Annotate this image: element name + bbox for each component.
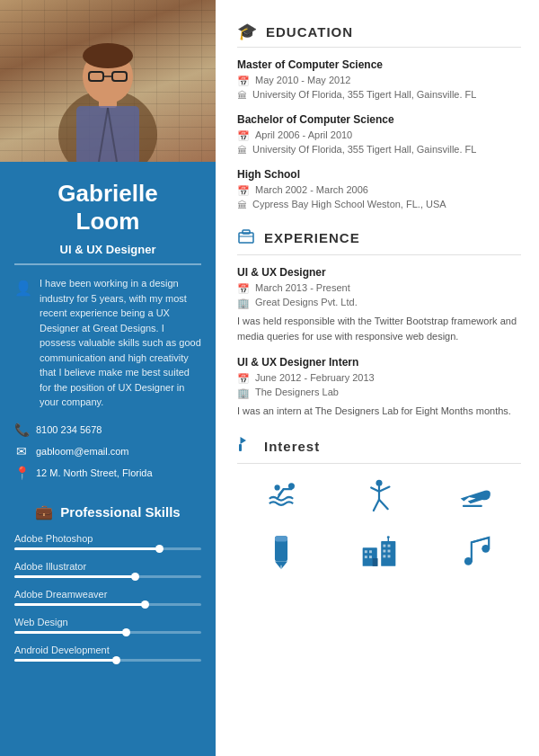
- svg-rect-37: [388, 549, 391, 552]
- svg-line-19: [371, 487, 379, 491]
- svg-rect-33: [369, 556, 372, 558]
- interest-city: [335, 529, 424, 574]
- edu-institution-0: 🏛 University Of Florida, 355 Tigert Hall…: [237, 89, 521, 101]
- exp-desc-0: I was held responsible with the Twitter …: [237, 314, 521, 343]
- edu-degree-2: High School: [237, 168, 521, 181]
- skill-name-1: Adobe Illustrator: [14, 561, 201, 572]
- company-icon: 🏢: [237, 387, 250, 399]
- svg-rect-31: [369, 550, 372, 553]
- skill-bar-bg-4: [14, 659, 201, 662]
- contact-email: ✉ gabloom@email.com: [14, 444, 201, 458]
- exp-company-0: 🏢 Great Designs Pvt. Ltd.: [237, 297, 521, 309]
- experience-section: EXPERIENCE UI & UX Designer 📅 March 2013…: [237, 227, 521, 419]
- edu-date-1: 📅 April 2006 - April 2010: [237, 129, 521, 142]
- education-icon: 🎓: [237, 22, 257, 41]
- edu-degree-0: Master of Computer Science: [237, 58, 521, 71]
- sidebar-profile-info: Gabrielle Loom UI & UX Designer 👤 I have…: [0, 162, 216, 503]
- building-icon: 🏛: [237, 200, 247, 210]
- skill-bar-fill-4: [14, 659, 117, 662]
- skills-title: Professional Skills: [60, 504, 180, 520]
- skill-name-0: Adobe Photoshop: [14, 533, 201, 544]
- calendar-icon: 📅: [237, 130, 250, 142]
- interest-section: Interest: [237, 435, 521, 574]
- interest-header: Interest: [237, 435, 521, 464]
- experience-title: EXPERIENCE: [264, 230, 360, 245]
- svg-rect-38: [383, 555, 385, 557]
- svg-point-45: [482, 544, 490, 552]
- svg-rect-35: [388, 544, 391, 547]
- svg-rect-39: [388, 555, 391, 557]
- experience-header: EXPERIENCE: [237, 227, 521, 255]
- svg-rect-30: [365, 550, 367, 553]
- company-icon: 🏢: [237, 298, 250, 309]
- skill-bar-bg-0: [14, 547, 201, 550]
- building-icon: 🏛: [237, 145, 247, 156]
- phone-icon: 📞: [14, 422, 29, 437]
- interest-swimming: [237, 475, 326, 520]
- profile-name: Gabrielle Loom: [14, 180, 201, 236]
- skill-name-3: Web Design: [14, 617, 201, 627]
- skill-item-0: Adobe Photoshop: [14, 533, 201, 550]
- experience-icon: [237, 227, 255, 249]
- svg-line-20: [379, 486, 389, 491]
- svg-rect-32: [365, 556, 367, 558]
- skill-bar-fill-3: [14, 631, 127, 634]
- contact-address: 📍 12 M. North Street, Florida: [14, 466, 201, 480]
- profile-title: UI & UX Designer: [14, 243, 201, 265]
- skill-bar-fill-0: [14, 547, 160, 550]
- contact-phone: 📞 8100 234 5678: [14, 422, 201, 437]
- exp-company-1: 🏢 The Designers Lab: [237, 387, 521, 399]
- svg-point-16: [275, 485, 280, 490]
- education-header: 🎓 EDUCATION: [237, 22, 521, 48]
- exp-desc-1: I was an intern at The Designers Lab for…: [237, 404, 521, 419]
- interest-icon: [237, 435, 255, 458]
- experience-item-0: UI & UX Designer 📅 March 2013 - Present …: [237, 266, 521, 343]
- skill-bar-fill-1: [14, 575, 136, 578]
- svg-line-21: [374, 499, 379, 510]
- svg-rect-7: [76, 106, 139, 162]
- education-item-1: Bachelor of Computer Science 📅 April 200…: [237, 113, 521, 156]
- skill-item-4: Android Development: [14, 645, 201, 662]
- svg-rect-11: [243, 230, 250, 234]
- exp-role-0: UI & UX Designer: [237, 266, 521, 279]
- svg-point-3: [83, 43, 133, 68]
- calendar-icon-exp: 📅: [237, 373, 250, 385]
- location-icon: 📍: [14, 466, 29, 480]
- svg-marker-14: [241, 437, 247, 444]
- building-icon: 🏛: [237, 90, 247, 101]
- interest-travel: [432, 475, 521, 520]
- svg-rect-26: [275, 536, 287, 541]
- education-item-0: Master of Computer Science 📅 May 2010 - …: [237, 58, 521, 101]
- profile-bio: 👤 I have been working in a design indust…: [14, 276, 201, 410]
- svg-point-44: [464, 557, 473, 565]
- svg-rect-23: [463, 504, 482, 506]
- skill-item-2: Adobe Dreamweaver: [14, 589, 201, 606]
- education-section: 🎓 EDUCATION Master of Computer Science 📅…: [237, 22, 521, 210]
- experience-list: UI & UX Designer 📅 March 2013 - Present …: [237, 266, 521, 419]
- skill-bar-bg-3: [14, 631, 201, 634]
- skills-section: 💼 Professional Skills Adobe Photoshop Ad…: [0, 503, 216, 672]
- edu-institution-2: 🏛 Cypress Bay High School Weston, FL., U…: [237, 199, 521, 210]
- experience-item-1: UI & UX Designer Intern 📅 June 2012 - Fe…: [237, 356, 521, 419]
- calendar-icon: 📅: [237, 185, 250, 197]
- interest-music: [432, 529, 521, 574]
- svg-line-22: [379, 499, 388, 509]
- svg-rect-36: [383, 549, 385, 552]
- edu-institution-1: 🏛 University Of Florida, 355 Tigert Hall…: [237, 144, 521, 156]
- svg-rect-13: [239, 444, 242, 451]
- calendar-icon-exp: 📅: [237, 283, 250, 295]
- profile-photo: [0, 0, 216, 162]
- bio-icon: 👤: [14, 278, 32, 299]
- skill-item-3: Web Design: [14, 617, 201, 634]
- edu-date-0: 📅 May 2010 - May 2012: [237, 75, 521, 87]
- interest-icons-grid: [237, 475, 521, 574]
- skill-bar-bg-2: [14, 603, 201, 606]
- svg-point-42: [387, 536, 390, 538]
- education-item-2: High School 📅 March 2002 - March 2006 🏛 …: [237, 168, 521, 210]
- exp-date-1: 📅 June 2012 - February 2013: [237, 372, 521, 385]
- skill-name-2: Adobe Dreamweaver: [14, 589, 201, 600]
- edu-degree-1: Bachelor of Computer Science: [237, 113, 521, 126]
- skills-header: 💼 Professional Skills: [14, 503, 201, 520]
- calendar-icon: 📅: [237, 76, 250, 87]
- skill-bar-bg-1: [14, 575, 201, 578]
